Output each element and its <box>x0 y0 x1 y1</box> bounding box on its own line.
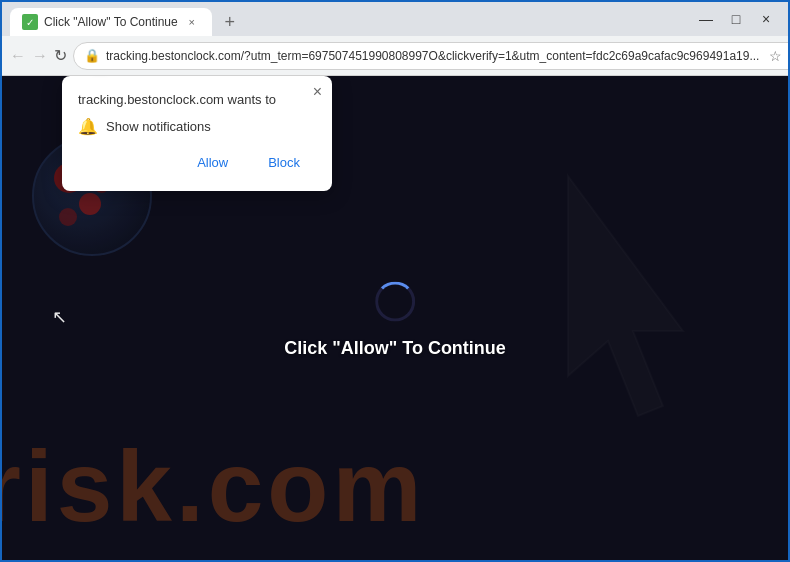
close-button[interactable]: × <box>752 5 780 33</box>
address-icons: ☆ ⊙ ⋮ <box>765 46 790 66</box>
back-button[interactable]: ← <box>10 42 26 70</box>
block-button[interactable]: Block <box>252 150 316 175</box>
forward-button[interactable]: → <box>32 42 48 70</box>
toolbar: ← → ↻ 🔒 tracking.bestonclock.com/?utm_te… <box>2 36 788 76</box>
title-bar: ✓ Click "Allow" To Continue × + — □ × <box>2 2 788 36</box>
notification-popup: × tracking.bestonclock.com wants to 🔔 Sh… <box>62 76 332 191</box>
permission-text: Show notifications <box>106 119 211 134</box>
bookmark-icon[interactable]: ☆ <box>765 46 785 66</box>
tab-favicon: ✓ <box>22 14 38 30</box>
popup-close-button[interactable]: × <box>313 84 322 100</box>
lock-icon: 🔒 <box>84 48 100 63</box>
minimize-button[interactable]: — <box>692 5 720 33</box>
address-bar[interactable]: 🔒 tracking.bestonclock.com/?utm_term=697… <box>73 42 790 70</box>
tab-close-button[interactable]: × <box>184 14 200 30</box>
bell-icon: 🔔 <box>78 117 98 136</box>
window-controls: — □ × <box>692 5 780 33</box>
new-tab-button[interactable]: + <box>216 8 244 36</box>
loading-spinner <box>375 282 415 322</box>
popup-permission-row: 🔔 Show notifications <box>78 117 316 136</box>
browser-chrome: ✓ Click "Allow" To Continue × + — □ × ← … <box>2 2 788 76</box>
maximize-button[interactable]: □ <box>722 5 750 33</box>
risk-watermark: risk.com <box>2 429 425 544</box>
page-content: risk.com Click "Allow" To Continue ↖ × t… <box>2 76 788 562</box>
active-tab[interactable]: ✓ Click "Allow" To Continue × <box>10 8 212 36</box>
popup-header: tracking.bestonclock.com wants to <box>78 92 316 107</box>
allow-button[interactable]: Allow <box>181 150 244 175</box>
tab-area: ✓ Click "Allow" To Continue × + <box>10 2 692 36</box>
continue-text: Click "Allow" To Continue <box>284 338 506 359</box>
reload-button[interactable]: ↻ <box>54 42 67 70</box>
spinner-container: Click "Allow" To Continue <box>284 282 506 359</box>
popup-buttons: Allow Block <box>78 150 316 175</box>
tab-title: Click "Allow" To Continue <box>44 15 178 29</box>
mouse-cursor: ↖ <box>52 306 67 328</box>
address-text: tracking.bestonclock.com/?utm_term=69750… <box>106 49 759 63</box>
arrow-watermark <box>508 156 708 440</box>
